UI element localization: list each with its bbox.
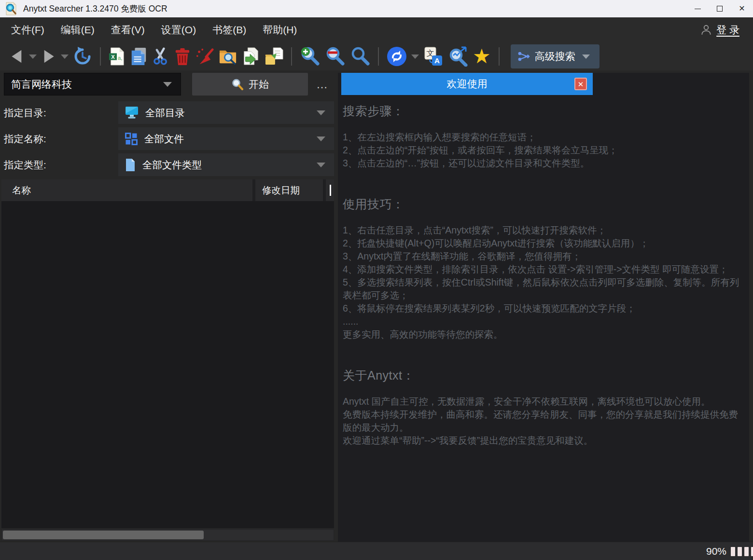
help-line: Anytxt 国产自主可控，无数据泄露，安全干净不依赖互联网，离线环境也可以放心… bbox=[343, 395, 744, 408]
status-bar: 90% bbox=[0, 542, 753, 560]
export-file-button[interactable] bbox=[263, 44, 286, 68]
help-line: 2、托盘快捷键(Alt+Q)可以唤醒启动Anytxt进行搜索（该功能默认启用）； bbox=[343, 237, 744, 250]
user-icon bbox=[700, 24, 712, 36]
zoom-level-value: 90% bbox=[706, 546, 726, 557]
svg-text:a,: a, bbox=[118, 55, 122, 61]
directory-filter-value: 全部目录 bbox=[145, 106, 185, 120]
favorites-button[interactable]: ★ bbox=[470, 44, 493, 68]
file-type-icon bbox=[125, 158, 136, 172]
title-bar: Anytxt Searcher 1.3.2470 免费版 OCR ✕ bbox=[0, 0, 753, 17]
back-button[interactable] bbox=[7, 44, 27, 68]
help-line: 欢迎通过菜单“帮助”-->“我要反馈”提出您的宝贵意见和建议。 bbox=[343, 434, 744, 447]
menu-help[interactable]: 帮助(H) bbox=[254, 17, 305, 42]
welcome-tab[interactable]: 欢迎使用 ✕ bbox=[341, 73, 593, 95]
open-folder-button[interactable] bbox=[216, 44, 239, 68]
advanced-search-button[interactable]: 高级搜索 bbox=[511, 44, 600, 68]
horizontal-scrollbar-thumb[interactable] bbox=[3, 531, 204, 539]
toolbar-separator bbox=[291, 47, 292, 66]
help-line: 3、Anytxt内置了在线翻译功能，谷歌翻译，您值得拥有； bbox=[343, 250, 744, 263]
trash-icon bbox=[174, 47, 191, 66]
find-button[interactable] bbox=[348, 44, 373, 68]
column-header-partial[interactable] bbox=[326, 179, 334, 201]
back-history-dropdown[interactable] bbox=[29, 55, 37, 59]
start-search-button[interactable]: 开始 bbox=[192, 73, 308, 96]
forward-button[interactable] bbox=[39, 44, 59, 68]
horizontal-scrollbar[interactable] bbox=[1, 529, 334, 541]
column-header-modified-date[interactable]: 修改日期 bbox=[255, 179, 323, 201]
content-area: 简言网络科技 开始 … 指定目录: 全部目录 指定名称: bbox=[0, 70, 753, 542]
zoom-out-button[interactable] bbox=[322, 44, 348, 68]
help-line: 6、将鼠标停在搜索结果列表某列2秒，可以快速预览匹配的文字片段； bbox=[343, 302, 744, 315]
close-button[interactable]: ✕ bbox=[731, 0, 753, 17]
menu-bookmarks[interactable]: 书签(B) bbox=[204, 17, 254, 42]
help-line: ...... bbox=[343, 315, 744, 328]
history-icon bbox=[73, 47, 92, 66]
login-label: 登 录 bbox=[716, 23, 739, 37]
about-section: 关于Anytxt： Anytxt 国产自主可控，无数据泄露，安全干净不依赖互联网… bbox=[343, 367, 744, 447]
zoom-out-icon bbox=[325, 46, 345, 67]
folder-search-icon bbox=[219, 48, 237, 65]
translate-button[interactable]: 文 A bbox=[421, 44, 445, 68]
menu-view[interactable]: 查看(V) bbox=[103, 17, 153, 42]
window-title: Anytxt Searcher 1.3.2470 免费版 OCR bbox=[23, 3, 167, 14]
advanced-search-label: 高级搜索 bbox=[535, 50, 575, 63]
filter-more-button[interactable]: … bbox=[311, 73, 334, 96]
export-excel-button[interactable]: X a, bbox=[106, 44, 127, 68]
document-icon bbox=[130, 47, 147, 66]
type-filter-value: 全部文件类型 bbox=[142, 158, 202, 172]
type-filter-combo[interactable]: 全部文件类型 bbox=[118, 153, 334, 176]
minimize-button[interactable] bbox=[686, 0, 709, 17]
zoom-block-partial bbox=[751, 547, 753, 556]
zoom-level-control[interactable]: 90% bbox=[706, 542, 753, 560]
welcome-tab-close-button[interactable]: ✕ bbox=[574, 78, 587, 90]
zoom-block bbox=[744, 547, 749, 556]
welcome-tab-title: 欢迎使用 bbox=[447, 77, 488, 91]
search-input[interactable]: 简言网络科技 bbox=[4, 73, 181, 96]
search-query-text: 简言网络科技 bbox=[11, 78, 72, 91]
refresh-dropdown[interactable] bbox=[411, 55, 419, 59]
excel-export-icon: X a, bbox=[109, 47, 125, 66]
zoom-in-button[interactable] bbox=[297, 44, 322, 68]
refresh-index-button[interactable] bbox=[384, 44, 409, 68]
directory-filter-combo[interactable]: 全部目录 bbox=[118, 101, 334, 124]
help-line: 4、添加搜索文件类型，排除索引目录，依次点击 设置->索引管理->文件类型 即可… bbox=[343, 263, 744, 276]
login-button[interactable]: 登 录 bbox=[700, 23, 750, 37]
type-filter-label: 指定类型: bbox=[4, 153, 46, 176]
toolbar-separator bbox=[378, 47, 379, 66]
name-filter-value: 全部文件 bbox=[144, 132, 184, 146]
name-filter-combo[interactable]: 全部文件 bbox=[118, 127, 334, 150]
svg-text:X: X bbox=[111, 54, 115, 60]
menu-file[interactable]: 文件(F) bbox=[3, 17, 53, 42]
start-magnifier-icon bbox=[231, 78, 244, 91]
clear-results-button[interactable] bbox=[193, 44, 216, 68]
menu-settings[interactable]: 设置(O) bbox=[153, 17, 204, 42]
cut-button[interactable] bbox=[150, 44, 172, 68]
welcome-body: 搜索步骤： 1、在左边搜索框内输入想要搜索的任意短语； 2、点击左边的“开始”按… bbox=[338, 95, 749, 542]
app-window: Anytxt Searcher 1.3.2470 免费版 OCR ✕ 文件(F)… bbox=[0, 0, 753, 560]
svg-text:A: A bbox=[434, 56, 440, 65]
help-line: 免费版本持续开发维护，曲高和寡。还请您分享给朋友、同事，您的分享就是我们持续提供… bbox=[343, 408, 744, 434]
forward-icon bbox=[41, 48, 56, 65]
search-steps-section: 搜索步骤： 1、在左边搜索框内输入想要搜索的任意短语； 2、点击左边的“开始”按… bbox=[343, 103, 744, 170]
advanced-search-icon bbox=[517, 50, 530, 63]
copy-text-button[interactable] bbox=[127, 44, 150, 68]
back-icon bbox=[9, 48, 25, 65]
app-logo-icon bbox=[5, 2, 17, 15]
zoom-block bbox=[738, 547, 742, 556]
forward-history-dropdown[interactable] bbox=[61, 55, 69, 59]
zoom-block bbox=[731, 547, 735, 556]
copy-file-button[interactable] bbox=[239, 44, 263, 68]
welcome-panel: 欢迎使用 ✕ 搜索步骤： 1、在左边搜索框内输入想要搜索的任意短语； 2、点击左… bbox=[338, 73, 749, 542]
help-line: 3、点击左边的“…”按钮，还可以过滤文件目录和文件类型。 bbox=[343, 157, 744, 170]
toolbar-separator bbox=[100, 47, 101, 66]
export-file-icon bbox=[265, 47, 283, 66]
results-list[interactable] bbox=[1, 201, 334, 528]
menu-edit[interactable]: 编辑(E) bbox=[53, 17, 103, 42]
delete-button[interactable] bbox=[172, 44, 193, 68]
search-arrow-icon bbox=[447, 46, 468, 67]
column-header-name[interactable]: 名称 bbox=[1, 179, 252, 201]
history-button[interactable] bbox=[70, 44, 95, 68]
maximize-button[interactable] bbox=[709, 0, 731, 17]
help-line: 更多实用、高效的功能等待您的探索。 bbox=[343, 328, 744, 341]
match-search-button[interactable] bbox=[445, 44, 470, 68]
